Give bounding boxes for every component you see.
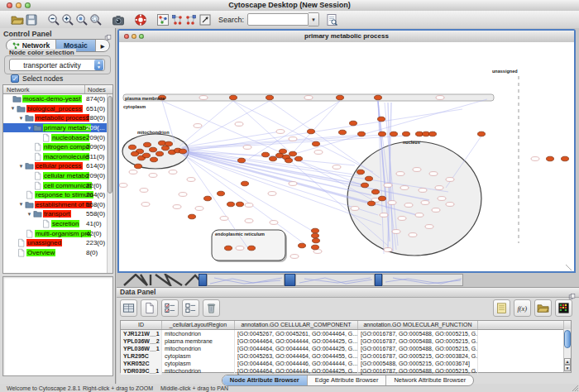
minimize-button[interactable] [16, 2, 22, 8]
node-label-pill[interactable] [236, 246, 244, 251]
graph-node[interactable] [143, 153, 151, 158]
tree-row[interactable]: cellular metabo209(0) [3, 171, 107, 181]
table-row[interactable]: YLR295Ccytoplasm[GO:0045263, GO:0044464,… [121, 352, 571, 360]
import-attributes-button[interactable] [534, 299, 552, 317]
tree-row[interactable]: ▼cellular process614(0) [3, 161, 107, 171]
expander-icon[interactable]: ▼ [17, 164, 25, 169]
scroll-down-button[interactable]: ▼ [564, 365, 571, 371]
tree-row[interactable]: ▼transport558(0) [3, 209, 107, 219]
background-window-edge[interactable] [285, 274, 295, 286]
birdseye-view[interactable] [2, 276, 113, 376]
node-label-pill[interactable] [388, 201, 396, 205]
float-panel-icon[interactable] [568, 289, 576, 296]
create-attribute-button[interactable] [141, 299, 158, 317]
network-canvas[interactable]: plasma membranecytoplasmmitochondrionnuc… [119, 42, 574, 271]
node-label-pill[interactable] [129, 170, 137, 174]
table-scrollbar[interactable]: ▲ ▼ [563, 329, 571, 372]
tree-scrollbar[interactable] [107, 94, 112, 273]
node-label-pill[interactable] [195, 207, 203, 211]
node-label-pill[interactable] [289, 182, 297, 186]
node-label-pill[interactable] [446, 203, 454, 207]
graph-node[interactable] [350, 121, 357, 126]
node-label-pill[interactable] [141, 203, 150, 207]
background-window-fragment[interactable] [295, 274, 375, 286]
node-label-pill[interactable] [276, 130, 285, 134]
node-label-pill[interactable] [425, 225, 433, 229]
tree-row[interactable]: ▼metabolic process280(0) [3, 113, 107, 123]
node-label-pill[interactable] [415, 213, 423, 218]
graph-node[interactable] [150, 147, 157, 152]
graph-node[interactable] [312, 228, 319, 233]
graph-node[interactable] [379, 196, 386, 201]
zoom-in-icon[interactable] [60, 12, 74, 26]
node-label-pill[interactable] [290, 255, 299, 259]
tree-row[interactable]: cell communicat22(0) [3, 180, 107, 190]
tree-header[interactable]: Network Nodes [3, 85, 112, 94]
graph-node[interactable] [156, 151, 164, 156]
node-label-pill[interactable] [313, 250, 322, 254]
zoom-fit-icon[interactable] [89, 12, 103, 26]
tree-row[interactable]: ▼biological_process651(0) [3, 104, 107, 114]
node-label-pill[interactable] [220, 217, 228, 221]
expander-icon[interactable]: ▼ [26, 212, 33, 217]
node-label-pill[interactable] [243, 146, 251, 150]
expander-icon[interactable]: ▼ [9, 106, 17, 111]
node-label-pill[interactable] [432, 208, 440, 213]
graph-node[interactable] [478, 131, 486, 136]
scrollbar-thumb[interactable] [564, 330, 571, 348]
graph-node[interactable] [372, 189, 380, 194]
tree-row[interactable]: ▼establishment of lo558(0) [3, 200, 107, 210]
select-attributes-button[interactable] [120, 299, 137, 317]
table-row[interactable]: YDR039C__1mitochondrion[GO:0044464, GO:0… [121, 367, 571, 375]
background-window-fragment[interactable] [382, 274, 463, 286]
attribute-matrix-button[interactable] [555, 299, 572, 317]
graph-node[interactable] [368, 201, 376, 206]
node-label-pill[interactable] [179, 193, 187, 197]
graph-node[interactable] [308, 129, 315, 134]
close-button[interactable] [124, 34, 129, 39]
apply-layout-a-icon[interactable] [170, 12, 184, 26]
tree-row[interactable]: Overview8(0) [3, 248, 107, 258]
graph-node[interactable] [547, 156, 554, 161]
tree-row[interactable]: macromolecule311(0) [3, 152, 107, 162]
column-header[interactable]: annotation.GO CELLULAR_COMPONENT [235, 321, 358, 329]
window-resize-grip[interactable] [571, 270, 572, 270]
tree-row[interactable]: response to stimulu264(0) [3, 190, 107, 200]
node-label-pill[interactable] [435, 186, 443, 190]
node-label-pill[interactable] [333, 165, 341, 170]
node-label-pill[interactable] [245, 203, 253, 208]
graph-edge[interactable] [270, 101, 380, 178]
graph-node[interactable] [313, 141, 320, 146]
graph-node[interactable] [159, 141, 166, 146]
search-dropdown-button[interactable]: ▼ [309, 12, 319, 26]
expander-icon[interactable]: ▼ [26, 126, 33, 131]
tree-row[interactable]: nucleobase-209(0) [3, 132, 107, 142]
graph-node[interactable] [366, 176, 373, 181]
background-window-edge[interactable] [375, 274, 382, 286]
graph-node[interactable] [262, 152, 270, 157]
save-icon[interactable] [24, 12, 38, 26]
background-window-fragment[interactable] [207, 274, 285, 286]
node-label-pill[interactable] [429, 172, 438, 176]
column-header[interactable]: _cellularLayoutRegion [162, 321, 235, 329]
graph-node[interactable] [132, 151, 139, 156]
graph-node[interactable] [379, 131, 386, 136]
graph-node[interactable] [357, 170, 365, 174]
graph-node[interactable] [248, 246, 256, 251]
region-nucleus[interactable] [347, 141, 481, 256]
graph-edge[interactable] [184, 152, 371, 195]
node-label-pill[interactable] [351, 207, 359, 211]
zoom-button[interactable] [139, 34, 144, 39]
float-panel-icon[interactable] [104, 30, 112, 37]
graph-node[interactable] [562, 156, 569, 161]
search-config-icon[interactable] [324, 12, 338, 26]
node-label-pill[interactable] [270, 221, 278, 225]
background-window-edge[interactable] [199, 274, 207, 286]
tree-row[interactable]: multi-organism pro42(0) [3, 228, 107, 238]
graph-node[interactable] [151, 157, 158, 162]
table-row[interactable]: YPL036W__1mitochondrion[GO:0044464, GO:0… [121, 345, 571, 352]
node-label-pill[interactable] [169, 170, 177, 174]
graph-node[interactable] [390, 131, 398, 136]
column-header[interactable]: ID [121, 321, 162, 329]
graph-node[interactable] [270, 156, 277, 161]
